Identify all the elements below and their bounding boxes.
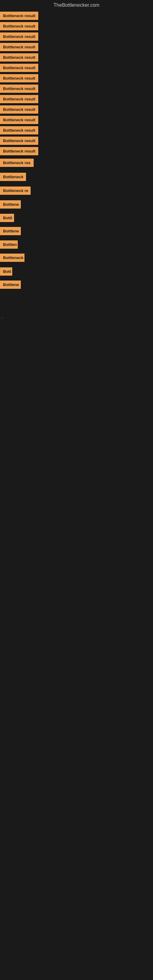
list-item: Bott: [0, 267, 153, 277]
bottleneck-badge[interactable]: Bottleneck result: [0, 84, 38, 93]
bottleneck-badge[interactable]: Bottleneck result: [0, 43, 38, 51]
list-item: Bottleneck result: [0, 117, 153, 123]
list-item: Bottlene: [0, 227, 153, 236]
list-item: Bottleneck result: [0, 107, 153, 112]
bottleneck-badge[interactable]: Bottlene: [0, 280, 21, 289]
bottleneck-badge[interactable]: Bottleneck re: [0, 186, 30, 195]
list-item: Bottleneck result: [0, 54, 153, 60]
list-item: Bottleneck result: [0, 148, 153, 154]
site-header: TheBottlenecker.com: [0, 0, 153, 12]
bottleneck-badge[interactable]: Bottlene: [0, 200, 21, 208]
bottleneck-badge[interactable]: Bottleneck result: [0, 74, 38, 83]
bottleneck-badge[interactable]: Bottleneck result: [0, 95, 38, 103]
bottleneck-badge[interactable]: Bottleneck result: [0, 12, 38, 20]
bottleneck-badge[interactable]: Bottleneck result: [0, 137, 38, 145]
list-item: Bottleneck result: [0, 23, 153, 29]
list-item: Bottl: [0, 214, 153, 223]
bottleneck-badge[interactable]: Bottleneck result: [0, 64, 38, 72]
list-item: Bottleneck result: [0, 34, 153, 39]
list-item: Bottlene: [0, 200, 153, 210]
bottleneck-badge[interactable]: Bottleneck result: [0, 53, 38, 62]
list-item: Bottleneck res: [0, 159, 153, 168]
list-item: Bottleneck result: [0, 44, 153, 49]
list-item: Bottleneck result: [0, 65, 153, 70]
bottleneck-badge[interactable]: Bottl: [0, 214, 14, 222]
bottleneck-badge[interactable]: Bottleneck result: [0, 32, 38, 41]
list-item: Bottlen: [0, 240, 153, 250]
bottleneck-badge[interactable]: Bottleneck result: [0, 22, 38, 30]
list-item: Bottleneck result: [0, 86, 153, 91]
bottleneck-list: Bottleneck result Bottleneck result Bott…: [0, 12, 153, 290]
list-item: Bottleneck result: [0, 138, 153, 143]
bottleneck-badge[interactable]: Bottlen: [0, 240, 18, 249]
bottleneck-badge[interactable]: Bottleneck res: [0, 159, 33, 167]
list-item: Bottleneck result: [0, 13, 153, 18]
list-item: Bottleneck result: [0, 127, 153, 133]
bottleneck-badge[interactable]: Bottleneck: [0, 173, 26, 181]
bottleneck-badge[interactable]: Bottleneck result: [0, 126, 38, 134]
list-item: Bottleneck result: [0, 96, 153, 102]
site-title: TheBottlenecker.com: [54, 2, 99, 8]
bottom-section: ...: [0, 294, 153, 478]
list-item: Bottleneck re: [0, 186, 153, 196]
bottleneck-badge[interactable]: Bottleneck: [0, 254, 24, 262]
list-item: Bottlene: [0, 280, 153, 290]
bottleneck-badge[interactable]: Bott: [0, 267, 12, 275]
list-item: Bottleneck result: [0, 75, 153, 81]
list-item: Bottleneck: [0, 254, 153, 263]
bottleneck-badge[interactable]: Bottlene: [0, 227, 21, 235]
bottleneck-badge[interactable]: Bottleneck result: [0, 116, 38, 124]
bottleneck-badge[interactable]: Bottleneck result: [0, 147, 38, 155]
list-item: Bottleneck: [0, 173, 153, 182]
ellipsis: ...: [1, 315, 4, 319]
bottleneck-badge[interactable]: Bottleneck result: [0, 105, 38, 114]
